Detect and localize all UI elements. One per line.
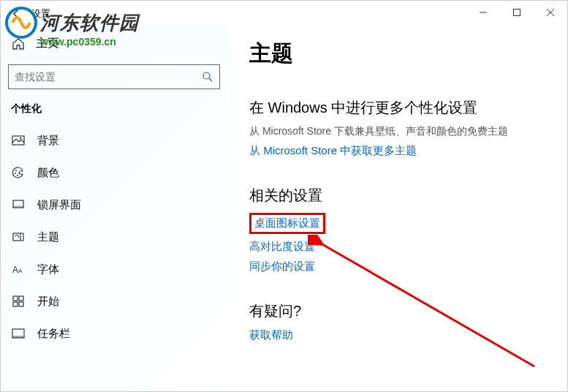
get-help-link[interactable]: 获取帮助 <box>249 328 293 342</box>
svg-text:A: A <box>18 268 23 274</box>
sidebar-item-label: 开始 <box>37 295 59 309</box>
sidebar-item-colors[interactable]: 颜色 <box>8 157 220 189</box>
window-title: 设置 <box>31 7 50 20</box>
content-pane: 主题 在 Windows 中进行更多个性化设置 从 Microsoft Stor… <box>227 24 567 391</box>
svg-rect-12 <box>13 233 20 241</box>
sidebar-item-lockscreen[interactable]: 锁屏界面 <box>8 189 220 221</box>
sidebar: 主页 个性化 背景 颜色 锁屏界面 主题 <box>1 24 227 391</box>
page-title: 主题 <box>249 39 545 69</box>
help-title: 有疑问? <box>249 301 545 321</box>
svg-line-4 <box>209 78 212 81</box>
highlight-annotation: 桌面图标设置 <box>249 213 325 234</box>
sidebar-item-label: 背景 <box>37 134 59 148</box>
sync-settings-link[interactable]: 同步你的设置 <box>249 260 315 274</box>
home-icon <box>11 37 26 51</box>
svg-rect-20 <box>12 336 24 338</box>
svg-rect-11 <box>13 206 23 208</box>
minimize-icon <box>480 9 487 16</box>
sidebar-category: 个性化 <box>8 102 220 124</box>
titlebar: 设置 <box>1 1 567 24</box>
sidebar-item-background[interactable]: 背景 <box>8 124 220 157</box>
svg-rect-15 <box>13 296 18 301</box>
svg-point-3 <box>203 72 210 79</box>
svg-point-6 <box>20 137 21 139</box>
sidebar-item-label: 颜色 <box>37 166 59 180</box>
svg-rect-2 <box>514 10 520 16</box>
sidebar-item-label: 主题 <box>37 230 59 244</box>
sidebar-item-label: 锁屏界面 <box>37 198 81 212</box>
picture-icon <box>11 133 26 148</box>
svg-rect-16 <box>19 296 23 301</box>
search-input[interactable] <box>15 71 202 83</box>
high-contrast-link[interactable]: 高对比度设置 <box>249 240 315 254</box>
more-personalization-title: 在 Windows 中进行更多个性化设置 <box>249 98 545 118</box>
font-icon: AA <box>11 262 26 276</box>
svg-point-9 <box>17 175 18 176</box>
svg-point-7 <box>15 170 17 171</box>
start-icon <box>11 294 26 309</box>
maximize-button[interactable] <box>500 1 534 24</box>
store-link[interactable]: 从 Microsoft Store 中获取更多主题 <box>249 144 417 158</box>
related-settings-title: 相关的设置 <box>249 186 545 206</box>
search-box[interactable] <box>8 64 220 89</box>
close-icon <box>547 9 554 16</box>
svg-rect-18 <box>19 302 23 306</box>
palette-icon <box>11 165 26 180</box>
more-personalization-desc: 从 Microsoft Store 下载兼具壁纸、声音和颜色的免费主题 <box>249 125 545 138</box>
home-label: 主页 <box>36 36 59 51</box>
sidebar-item-start[interactable]: 开始 <box>8 285 220 317</box>
svg-text:A: A <box>12 265 18 275</box>
search-icon <box>202 71 213 83</box>
taskbar-icon <box>11 326 26 341</box>
back-button[interactable] <box>8 5 26 23</box>
close-button[interactable] <box>534 1 567 24</box>
minimize-button[interactable] <box>466 1 500 24</box>
sidebar-item-fonts[interactable]: AA 字体 <box>8 253 220 285</box>
home-button[interactable]: 主页 <box>8 31 220 60</box>
sidebar-item-taskbar[interactable]: 任务栏 <box>8 317 220 350</box>
desktop-icons-link[interactable]: 桌面图标设置 <box>254 216 320 230</box>
maximize-icon <box>513 9 520 16</box>
svg-point-8 <box>15 173 16 174</box>
theme-icon <box>11 230 26 244</box>
svg-rect-17 <box>13 302 18 306</box>
lockscreen-icon <box>11 197 26 212</box>
sidebar-item-label: 字体 <box>37 263 59 276</box>
sidebar-item-label: 任务栏 <box>37 327 70 341</box>
sidebar-item-themes[interactable]: 主题 <box>8 221 220 253</box>
back-arrow-icon <box>11 8 23 20</box>
